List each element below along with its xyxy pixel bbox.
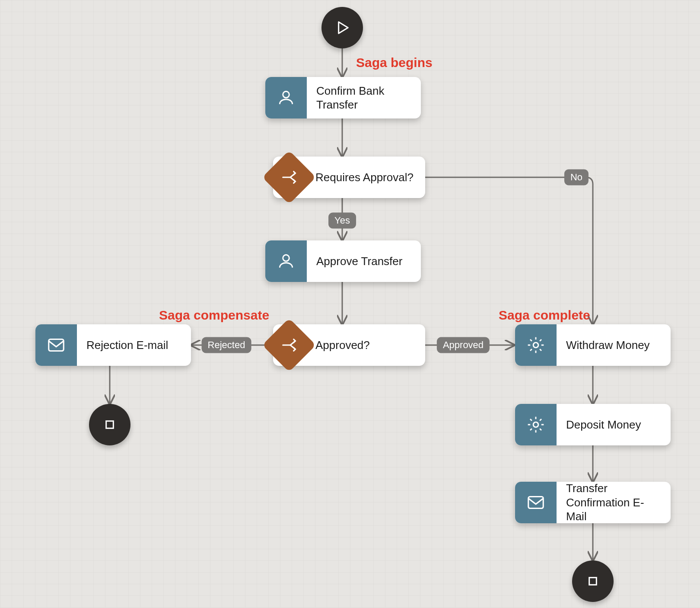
mail-icon bbox=[35, 324, 77, 366]
edge-label-rejected: Rejected bbox=[202, 337, 251, 353]
svg-point-4 bbox=[533, 422, 538, 427]
node-confirm-bank-transfer[interactable]: Confirm Bank Transfer bbox=[265, 77, 421, 118]
node-label: Approved? bbox=[314, 324, 425, 366]
node-withdraw-money[interactable]: Withdraw Money bbox=[515, 324, 671, 366]
user-icon bbox=[265, 240, 307, 282]
node-deposit-money[interactable]: Deposit Money bbox=[515, 404, 671, 445]
play-icon bbox=[334, 19, 351, 36]
node-rejection-email[interactable]: Rejection E-mail bbox=[35, 324, 191, 366]
svg-rect-6 bbox=[106, 421, 114, 429]
svg-rect-2 bbox=[49, 339, 64, 351]
edge-label-approved: Approved bbox=[437, 337, 490, 353]
user-icon bbox=[265, 77, 307, 118]
node-label: Confirm Bank Transfer bbox=[307, 77, 421, 118]
annotation-saga-begins: Saga begins bbox=[356, 55, 433, 70]
edge-requires-no bbox=[417, 177, 593, 324]
mail-icon bbox=[515, 482, 557, 523]
workflow-canvas[interactable]: { "nodes": { "start": { "kind":"start", … bbox=[0, 0, 700, 608]
branch-icon bbox=[265, 324, 314, 366]
node-label: Requires Approval? bbox=[314, 157, 425, 198]
svg-point-0 bbox=[283, 91, 290, 98]
edge-label-yes: Yes bbox=[328, 213, 356, 229]
svg-rect-5 bbox=[528, 497, 544, 509]
svg-rect-7 bbox=[589, 578, 597, 585]
node-label: Transfer Confirmation E-Mail bbox=[557, 482, 671, 523]
node-label: Rejection E-mail bbox=[77, 324, 191, 366]
svg-point-1 bbox=[283, 255, 290, 261]
node-confirmation-email[interactable]: Transfer Confirmation E-Mail bbox=[515, 482, 671, 523]
gear-icon bbox=[515, 404, 557, 445]
node-approve-transfer[interactable]: Approve Transfer bbox=[265, 240, 421, 282]
start-node[interactable] bbox=[321, 7, 363, 48]
node-requires-approval[interactable]: Requires Approval? bbox=[273, 157, 425, 198]
node-label: Withdraw Money bbox=[557, 324, 671, 366]
edge-label-no: No bbox=[564, 170, 589, 186]
gear-icon bbox=[515, 324, 557, 366]
annotation-saga-compensate: Saga compensate bbox=[159, 308, 269, 323]
node-label: Deposit Money bbox=[557, 404, 671, 445]
annotation-saga-complete: Saga complete bbox=[499, 308, 590, 323]
end-node-reject[interactable] bbox=[89, 404, 130, 445]
stop-icon bbox=[584, 573, 601, 590]
svg-point-3 bbox=[533, 342, 538, 348]
branch-icon bbox=[265, 157, 314, 198]
node-approved[interactable]: Approved? bbox=[273, 324, 425, 366]
stop-icon bbox=[101, 416, 118, 433]
end-node-success[interactable] bbox=[572, 560, 614, 602]
node-label: Approve Transfer bbox=[307, 240, 421, 282]
